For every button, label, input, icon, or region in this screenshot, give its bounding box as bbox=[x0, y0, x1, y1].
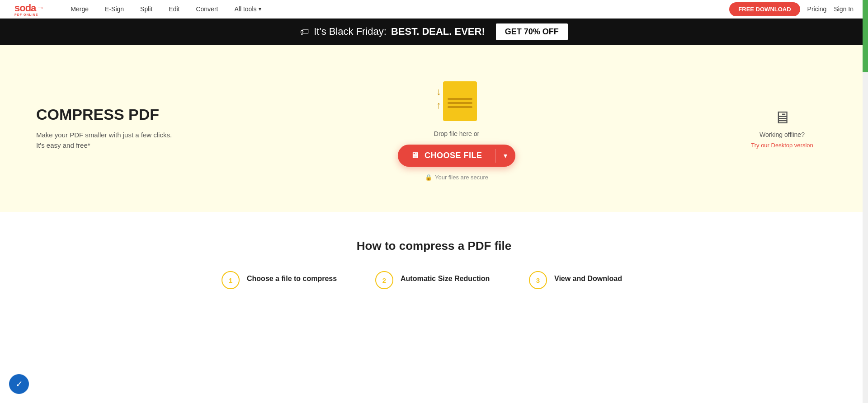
try-desktop-link[interactable]: Try our Desktop version bbox=[751, 142, 813, 149]
choose-file-button-wrapper[interactable]: 🖥 CHOOSE FILE ▾ bbox=[398, 145, 515, 167]
desktop-computer-icon: 🖥 bbox=[774, 108, 791, 127]
choose-file-label: CHOOSE FILE bbox=[425, 151, 482, 160]
page-title: COMPRESS PDF bbox=[36, 106, 181, 123]
choose-file-button[interactable]: 🖥 CHOOSE FILE bbox=[398, 145, 495, 167]
logo-soda: soda bbox=[14, 2, 36, 14]
bf-cta-button[interactable]: GET 70% OFF bbox=[496, 23, 568, 40]
chevron-down-icon: ▾ bbox=[259, 6, 261, 12]
nav-esign[interactable]: E-Sign bbox=[97, 0, 132, 19]
step-1-circle: 1 bbox=[222, 271, 240, 289]
drop-file-text: Drop file here or bbox=[434, 130, 479, 137]
hero-section: COMPRESS PDF Make your PDF smaller with … bbox=[0, 45, 868, 212]
nav-links: Merge E-Sign Split Edit Convert All tool… bbox=[62, 0, 729, 19]
nav-merge[interactable]: Merge bbox=[62, 0, 97, 19]
logo-area[interactable]: soda → PDF ONLINE bbox=[14, 2, 44, 16]
bf-normal-text: It's Black Friday: bbox=[314, 26, 387, 37]
nav-convert[interactable]: Convert bbox=[188, 0, 226, 19]
pdf-line-3 bbox=[448, 106, 472, 108]
pdf-line-2 bbox=[448, 102, 472, 104]
step-3-circle: 3 bbox=[529, 271, 547, 289]
working-offline-text: Working offline? bbox=[760, 131, 805, 138]
how-step-1: 1 Choose a file to compress bbox=[222, 271, 339, 289]
pdf-document-icon bbox=[443, 81, 477, 121]
lock-icon: 🔒 bbox=[425, 174, 432, 181]
step-3-label: View and Download bbox=[554, 271, 622, 283]
hero-left: COMPRESS PDF Make your PDF smaller with … bbox=[36, 106, 181, 150]
nav-edit[interactable]: Edit bbox=[160, 0, 188, 19]
pdf-line-1 bbox=[448, 98, 472, 100]
choose-file-dropdown-button[interactable]: ▾ bbox=[495, 145, 515, 166]
nav-right: FREE DOWNLOAD Pricing Sign In bbox=[729, 2, 854, 16]
bf-bold-text: BEST. DEAL. EVER! bbox=[391, 26, 485, 37]
navbar: soda → PDF ONLINE Merge E-Sign Split Edi… bbox=[0, 0, 868, 19]
arrow-down-icon: ↓ bbox=[436, 87, 441, 97]
how-to-section: How to compress a PDF file 1 Choose a fi… bbox=[0, 212, 868, 307]
scrollbar-thumb[interactable] bbox=[863, 0, 868, 72]
nav-signin[interactable]: Sign In bbox=[834, 5, 854, 13]
nav-pricing[interactable]: Pricing bbox=[807, 5, 827, 13]
how-to-title: How to compress a PDF file bbox=[36, 239, 832, 253]
nav-split[interactable]: Split bbox=[132, 0, 160, 19]
monitor-icon: 🖥 bbox=[410, 151, 419, 160]
free-download-button[interactable]: FREE DOWNLOAD bbox=[729, 2, 800, 16]
tag-icon: 🏷 bbox=[300, 27, 309, 37]
hero-description: Make your PDF smaller with just a few cl… bbox=[36, 130, 181, 150]
step-2-circle: 2 bbox=[375, 271, 393, 289]
step-2-label: Automatic Size Reduction bbox=[401, 271, 490, 283]
hero-center: ↓ ↑ Drop file here or 🖥 CHOOSE FILE ▾ 🔒 … bbox=[181, 76, 732, 181]
compress-arrows-icon: ↓ ↑ bbox=[436, 87, 441, 110]
bf-text: 🏷 It's Black Friday: BEST. DEAL. EVER! bbox=[300, 26, 485, 37]
secure-label: Your files are secure bbox=[435, 174, 488, 181]
arrow-up-icon: ↑ bbox=[436, 100, 441, 110]
step-1-label: Choose a file to compress bbox=[247, 271, 337, 283]
secure-text: 🔒 Your files are secure bbox=[425, 174, 488, 181]
how-step-3: 3 View and Download bbox=[529, 271, 646, 289]
logo-arrow-icon: → bbox=[36, 3, 44, 13]
compress-pdf-icon: ↓ ↑ bbox=[436, 76, 477, 121]
nav-alltools[interactable]: All tools ▾ bbox=[226, 0, 269, 19]
how-steps: 1 Choose a file to compress 2 Automatic … bbox=[36, 271, 832, 289]
logo-sub: PDF ONLINE bbox=[14, 13, 44, 16]
hero-right: 🖥 Working offline? Try our Desktop versi… bbox=[732, 108, 832, 149]
scrollbar[interactable] bbox=[863, 0, 868, 307]
black-friday-banner: 🏷 It's Black Friday: BEST. DEAL. EVER! G… bbox=[0, 19, 868, 45]
how-step-2: 2 Automatic Size Reduction bbox=[375, 271, 493, 289]
